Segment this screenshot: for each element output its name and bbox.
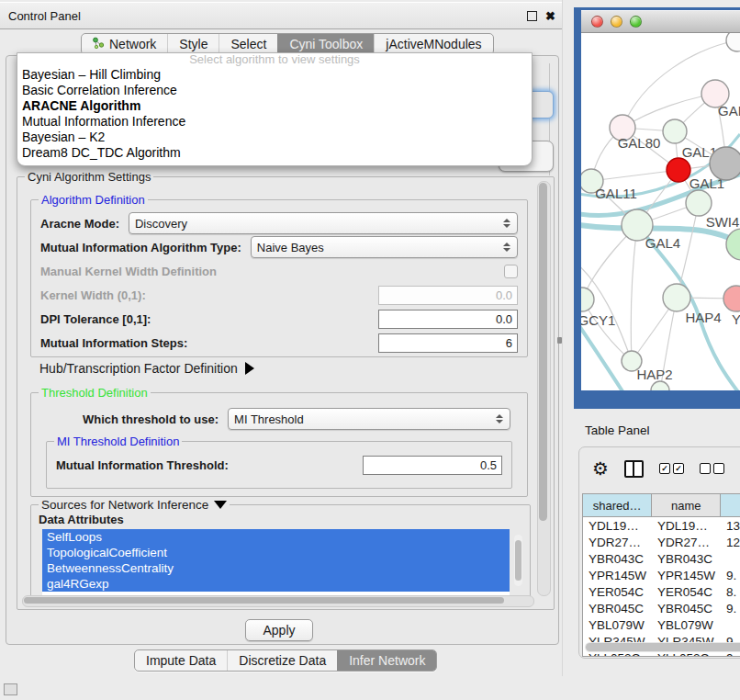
table-cell: 9. (721, 567, 740, 583)
mi-threshold-field[interactable]: 0.5 (363, 456, 502, 475)
which-threshold-select[interactable]: MI Threshold (228, 408, 510, 430)
group-title: Threshold Definition (39, 386, 151, 400)
dpi-tolerance-field[interactable]: 0.0 (378, 310, 518, 329)
node-label: HAP2 (636, 367, 672, 382)
aracne-mode-select[interactable]: Discovery (129, 212, 518, 234)
dropdown-item-mutual-information-inference[interactable]: Mutual Information Inference (17, 114, 532, 130)
threshold-definition-group: Threshold Definition Which threshold to … (30, 392, 528, 497)
checked-pair-icon[interactable]: ✓✓ (659, 463, 684, 474)
unchecked-checkbox-icon (713, 463, 724, 474)
panel-title: Control Panel (8, 9, 81, 23)
table-row[interactable]: YBL079WYBL079W (583, 616, 740, 633)
network-edge[interactable] (591, 170, 678, 181)
table-row[interactable]: YPR145WYPR145W9. (583, 567, 740, 583)
table-cell: 12 (721, 534, 740, 550)
tab-label: Select (230, 37, 266, 51)
tab-label: Impute Data (146, 653, 216, 668)
checked-checkbox-icon: ✓ (673, 463, 684, 474)
table-cell: YBR045C (652, 600, 721, 616)
tab-discretize-data[interactable]: Discretize Data (227, 650, 337, 671)
column-header-name[interactable]: name (652, 494, 721, 516)
close-traffic-light[interactable] (591, 16, 603, 28)
node-table[interactable]: shared…nameYDL19…YDL19…13YDR27…YDR27…12Y… (582, 493, 740, 657)
attributes-scrollbar[interactable] (514, 535, 522, 586)
tab-style[interactable]: Style (167, 34, 219, 54)
network-node-gal10[interactable] (663, 119, 687, 143)
network-node[interactable] (710, 147, 740, 180)
aracne-mode-label: Aracne Mode: (40, 217, 119, 231)
column-header-cut[interactable] (721, 494, 740, 516)
which-threshold-label: Which threshold to use: (83, 412, 219, 426)
group-title: MI Threshold Definition (54, 435, 182, 448)
network-node-hap4[interactable] (663, 284, 690, 311)
network-node-y[interactable] (723, 286, 740, 311)
hub-definition-expander[interactable]: Hub/Transcription Factor Definition (39, 361, 254, 376)
manual-kernel-checkbox[interactable] (504, 265, 518, 278)
tab-select[interactable]: Select (219, 34, 277, 54)
network-node-gcy1[interactable] (581, 288, 594, 311)
attribute-item-gal4rgexp[interactable]: gal4RGexp (42, 576, 510, 592)
mi-steps-field[interactable]: 6 (378, 333, 518, 353)
unchecked-checkbox-icon (700, 463, 711, 474)
mi-algorithm-type-select[interactable]: Naive Bayes (251, 236, 518, 258)
table-cell: YBR043C (583, 550, 652, 567)
column-header-shared[interactable]: shared… (583, 494, 652, 516)
attribute-item-selfloops[interactable]: SelfLoops (42, 529, 510, 545)
tab-infer-network[interactable]: Infer Network (337, 650, 436, 671)
tab-network[interactable]: Network (82, 34, 167, 54)
unchecked-pair-icon[interactable] (700, 463, 724, 474)
mi-threshold-label: Mutual Information Threshold: (56, 458, 229, 472)
dropdown-item-bayesian-k2[interactable]: Bayesian – K2 (17, 130, 532, 145)
table-cell (721, 550, 740, 567)
node-label: GAL80 (618, 135, 661, 151)
network-canvas[interactable]: GALGAL80GAL10GAL1GAL11SWI4GAL4GCY1HAP4YH… (581, 33, 740, 390)
hub-definition-label: Hub/Transcription Factor Definition (39, 361, 238, 376)
tab-cyni-toolbox[interactable]: Cyni Toolbox (277, 34, 374, 54)
mi-threshold-group: MI Threshold Definition Mutual Informati… (46, 441, 512, 489)
splitter-handle[interactable] (557, 337, 562, 344)
attribute-item-topologicalcoefficient[interactable]: TopologicalCoefficient (42, 545, 510, 560)
minimize-traffic-light[interactable] (611, 16, 622, 28)
close-icon[interactable]: ✖ (545, 10, 555, 22)
gear-icon[interactable]: ⚙ (592, 459, 609, 478)
table-row[interactable]: YDL19…YDL19…13 (583, 517, 740, 534)
collapse-arrow-icon[interactable] (214, 501, 227, 509)
dropdown-item-bayesian-hill-climbing[interactable]: Bayesian – Hill Climbing (17, 67, 532, 83)
network-node[interactable] (726, 33, 740, 51)
apply-button[interactable]: Apply (245, 619, 313, 641)
settings-vertical-scrollbar[interactable] (537, 181, 551, 596)
table-horizontal-scrollbar[interactable] (585, 642, 740, 652)
zoom-traffic-light[interactable] (630, 16, 642, 28)
dropdown-item-dream8-dc-tdc-algorithm[interactable]: Dream8 DC_TDC Algorithm (17, 145, 532, 161)
tab-jactivemnodules[interactable]: jActiveMNodules (374, 34, 492, 54)
kernel-width-field[interactable]: 0.0 (378, 286, 518, 305)
algorithm-definition-group: Algorithm Definition Aracne Mode: Discov… (30, 199, 528, 357)
table-row[interactable]: YER054CYER054C8. (583, 583, 740, 600)
network-node-gal1[interactable] (667, 158, 690, 182)
combo-arrows-icon (502, 219, 511, 228)
data-attributes-label: Data Attributes (39, 513, 124, 526)
table-row[interactable]: YDR27…YDR27…12 (583, 534, 740, 550)
network-node[interactable] (651, 381, 669, 390)
table-row[interactable]: YBR043CYBR043C (583, 550, 740, 567)
expand-arrow-icon[interactable] (245, 362, 254, 375)
tab-impute-data[interactable]: Impute Data (135, 650, 227, 671)
data-attributes-list[interactable]: SelfLoopsTopologicalCoefficientBetweenne… (42, 529, 510, 597)
network-node-swi4[interactable] (686, 190, 712, 216)
network-window-titlebar[interactable] (581, 10, 740, 33)
settings-horizontal-scrollbar[interactable] (22, 595, 534, 607)
table-row[interactable]: YBR045CYBR045C9. (583, 600, 740, 616)
dock-panel-icon[interactable] (4, 683, 17, 695)
table-cell: YBR043C (652, 550, 721, 567)
attribute-item-betweennesscentrality[interactable]: BetweennessCentrality (42, 560, 510, 576)
group-title: Algorithm Definition (39, 193, 148, 207)
network-node[interactable] (726, 229, 740, 260)
columns-icon[interactable] (624, 460, 644, 478)
tab-label: Infer Network (349, 653, 425, 668)
dropdown-item-aracne-algorithm[interactable]: ARACNE Algorithm (17, 98, 532, 114)
dropdown-item-basic-correlation-inference[interactable]: Basic Correlation Inference (17, 83, 532, 98)
network-view-window: GALGAL80GAL10GAL1GAL11SWI4GAL4GCY1HAP4YH… (574, 7, 740, 409)
network-edge[interactable] (631, 225, 637, 361)
float-window-icon[interactable] (527, 11, 537, 21)
node-label: GAL (718, 103, 740, 119)
